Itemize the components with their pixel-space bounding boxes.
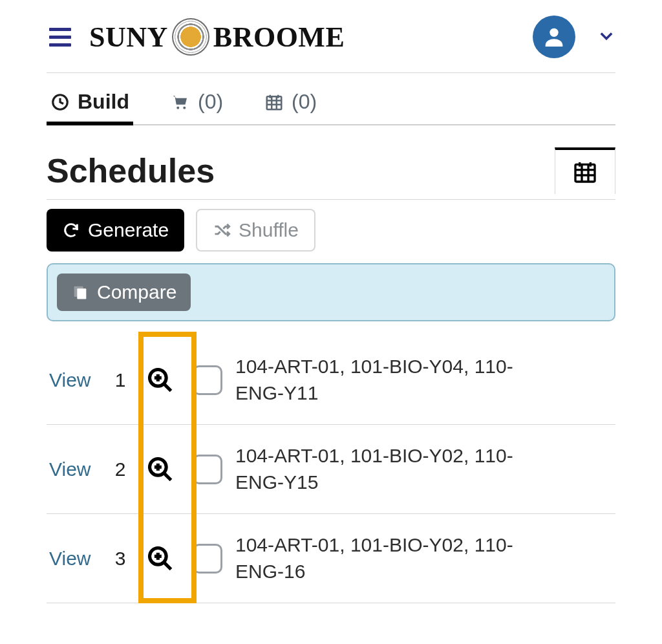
course-list: 104-ART-01, 101-BIO-Y02, 110-ENG-Y15 bbox=[235, 443, 513, 495]
schedule-list: View 1 104-ART-01, 101-BIO-Y04, 110-ENG-… bbox=[47, 336, 615, 603]
magnify-plus-icon bbox=[146, 455, 175, 484]
view-link[interactable]: View bbox=[49, 458, 100, 480]
schedule-row: View 3 104-ART-01, 101-BIO-Y02, 110-ENG-… bbox=[47, 514, 615, 603]
tab-build[interactable]: Build bbox=[47, 90, 133, 124]
schedule-number: 3 bbox=[112, 548, 128, 570]
brand-logo: SUNY BROOME bbox=[89, 18, 345, 56]
course-list: 104-ART-01, 101-BIO-Y04, 110-ENG-Y11 bbox=[235, 354, 513, 406]
svg-point-2 bbox=[176, 106, 179, 109]
chevron-down-icon bbox=[597, 27, 615, 45]
shuffle-icon bbox=[213, 221, 231, 239]
avatar[interactable] bbox=[533, 16, 575, 58]
schedule-number: 1 bbox=[112, 369, 128, 391]
svg-point-0 bbox=[550, 28, 558, 37]
divider bbox=[47, 199, 615, 200]
magnify-plus-icon bbox=[146, 544, 175, 573]
college-seal-icon bbox=[172, 18, 209, 56]
shuffle-button[interactable]: Shuffle bbox=[196, 209, 315, 252]
select-checkbox[interactable] bbox=[193, 544, 222, 574]
schedule-row: View 1 104-ART-01, 101-BIO-Y04, 110-ENG-… bbox=[47, 336, 615, 425]
account-dropdown-toggle[interactable] bbox=[597, 27, 615, 47]
generate-button[interactable]: Generate bbox=[47, 209, 184, 252]
shuffle-label: Shuffle bbox=[239, 219, 299, 241]
zoom-button[interactable] bbox=[141, 455, 180, 484]
brand-text-left: SUNY bbox=[89, 21, 168, 54]
compare-label: Compare bbox=[97, 281, 176, 303]
compare-button[interactable]: Compare bbox=[57, 274, 191, 311]
calendar-grid-icon bbox=[572, 159, 598, 185]
svg-line-25 bbox=[164, 473, 171, 480]
magnify-plus-icon bbox=[146, 366, 175, 394]
generate-label: Generate bbox=[88, 219, 169, 241]
calendar-icon bbox=[264, 92, 284, 112]
svg-rect-11 bbox=[575, 164, 595, 182]
brand-text-right: BROOME bbox=[213, 21, 345, 54]
page-title: Schedules bbox=[47, 151, 215, 190]
course-list: 104-ART-01, 101-BIO-Y02, 110-ENG-16 bbox=[235, 532, 513, 585]
person-icon bbox=[541, 24, 567, 50]
tab-calendar[interactable]: (0) bbox=[261, 90, 321, 124]
cart-icon bbox=[171, 92, 190, 112]
schedule-number: 2 bbox=[112, 458, 128, 480]
compare-panel: Compare bbox=[47, 263, 615, 321]
tab-cart[interactable]: (0) bbox=[167, 90, 227, 124]
view-link[interactable]: View bbox=[49, 369, 100, 391]
copy-icon bbox=[71, 283, 89, 301]
select-checkbox[interactable] bbox=[193, 365, 222, 395]
tab-bar: Build (0) (0) bbox=[47, 73, 615, 125]
svg-line-21 bbox=[164, 383, 171, 391]
tab-cart-label: (0) bbox=[198, 90, 223, 114]
view-link[interactable]: View bbox=[49, 548, 100, 570]
svg-rect-19 bbox=[77, 288, 86, 299]
svg-line-29 bbox=[164, 562, 171, 569]
menu-icon[interactable] bbox=[47, 25, 74, 49]
svg-point-3 bbox=[183, 106, 186, 109]
refresh-icon bbox=[62, 221, 80, 239]
tab-build-label: Build bbox=[78, 90, 129, 114]
svg-rect-4 bbox=[267, 96, 282, 109]
calendar-view-toggle[interactable] bbox=[555, 147, 615, 194]
zoom-button[interactable] bbox=[141, 366, 180, 394]
select-checkbox[interactable] bbox=[193, 455, 222, 484]
tab-calendar-label: (0) bbox=[292, 90, 317, 114]
clock-icon bbox=[50, 92, 70, 112]
schedule-row: View 2 104-ART-01, 101-BIO-Y02, 110-ENG-… bbox=[47, 425, 615, 514]
zoom-button[interactable] bbox=[141, 544, 180, 573]
